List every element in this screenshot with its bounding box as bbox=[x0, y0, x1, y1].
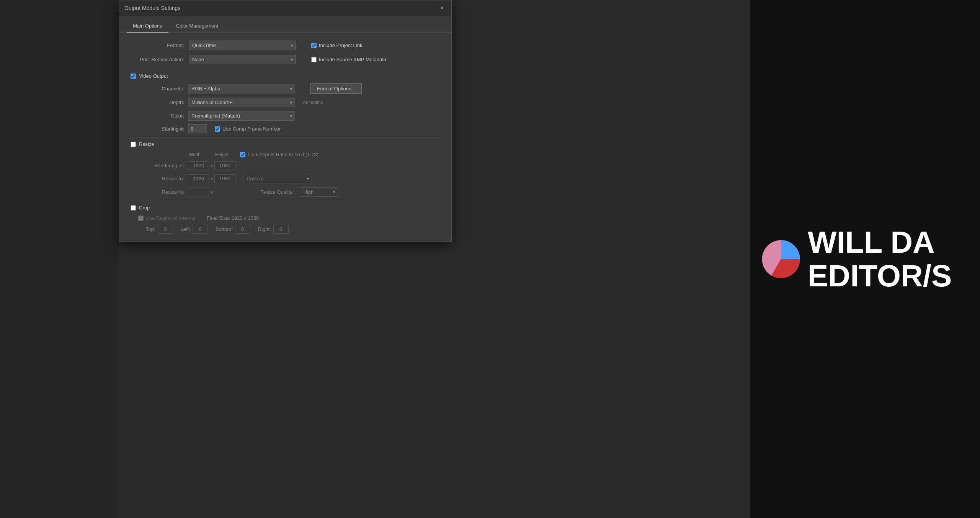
video-output-section-header: Video Output bbox=[131, 73, 440, 79]
include-project-link-checkbox[interactable] bbox=[311, 43, 317, 48]
bottom-input[interactable] bbox=[235, 225, 250, 234]
dialog-titlebar: Output Module Settings × bbox=[119, 0, 451, 16]
left-label: Left: bbox=[181, 226, 190, 232]
include-project-link-item: Include Project Link bbox=[311, 42, 362, 48]
separator-1 bbox=[131, 69, 440, 69]
crop-content: Use Region of Interest Final Size: 1920 … bbox=[131, 215, 440, 234]
channels-select-wrapper: RGB + Alpha bbox=[188, 84, 295, 93]
resize-quality-select[interactable]: High bbox=[300, 187, 338, 197]
top-field: Top: bbox=[146, 225, 173, 234]
resize-pct-row: Resize %: x Resize Quality: High bbox=[138, 187, 440, 197]
resize-checkbox[interactable] bbox=[131, 142, 136, 147]
starting-label: Starting #: bbox=[138, 126, 184, 132]
bottom-label: Bottom: bbox=[216, 226, 233, 232]
top-input[interactable] bbox=[158, 225, 173, 234]
dialog-content: Format: QuickTime Include Project Link bbox=[119, 33, 451, 241]
use-comp-frame-label: Use Comp Frame Number bbox=[222, 126, 281, 132]
close-button[interactable]: × bbox=[438, 4, 446, 12]
lock-aspect-checkbox[interactable] bbox=[240, 152, 245, 157]
depth-select-wrapper: Millions of Colors+ bbox=[188, 98, 295, 107]
rendering-height-input bbox=[214, 161, 235, 170]
format-row: Format: QuickTime Include Project Link bbox=[131, 41, 440, 50]
resize-to-x: x bbox=[211, 176, 213, 181]
quality-select-wrapper: High bbox=[300, 187, 338, 197]
use-roi-label: Use Region of Interest bbox=[146, 215, 195, 221]
separator-3 bbox=[131, 201, 440, 201]
depth-label: Depth: bbox=[138, 100, 184, 105]
right-input[interactable] bbox=[273, 225, 289, 234]
format-select-wrapper: QuickTime bbox=[189, 41, 296, 50]
post-render-select[interactable]: None bbox=[189, 55, 296, 64]
width-header: Width bbox=[184, 152, 205, 157]
video-output-content: Channels: RGB + Alpha Format Options... … bbox=[131, 83, 440, 133]
width-height-header-row: Width Height Lock Aspect Ratio to 16:9 (… bbox=[138, 152, 440, 157]
right-text-line1: WILL DA bbox=[808, 226, 952, 259]
resize-pct-x: x bbox=[211, 190, 213, 195]
tab-main-options[interactable]: Main Options bbox=[127, 20, 168, 33]
left-panel bbox=[0, 0, 119, 518]
dialog-tabs: Main Options Color Management bbox=[119, 16, 451, 33]
rendering-at-row: Rendering at: x bbox=[138, 161, 440, 170]
bottom-field: Bottom: bbox=[216, 225, 250, 234]
resize-to-label: Resize to: bbox=[138, 176, 184, 181]
starting-input[interactable] bbox=[188, 124, 207, 133]
resize-pct-width-input[interactable] bbox=[188, 188, 209, 196]
crop-checkbox[interactable] bbox=[131, 205, 136, 211]
separator-2 bbox=[131, 137, 440, 137]
resize-to-width-input[interactable] bbox=[188, 174, 209, 183]
use-roi-item: Use Region of Interest bbox=[138, 215, 195, 221]
quality-row: Resize Quality: High bbox=[260, 187, 338, 197]
include-source-xmp-item: Include Source XMP Metadata bbox=[311, 57, 386, 62]
height-header: Height bbox=[211, 152, 232, 157]
screen: Output Module Settings × Main Options Co… bbox=[0, 0, 980, 518]
include-source-xmp-label: Include Source XMP Metadata bbox=[319, 57, 386, 62]
rendering-width-input bbox=[188, 161, 209, 170]
format-options-button[interactable]: Format Options... bbox=[310, 83, 362, 94]
post-render-row: Post-Render Action: None Include Source … bbox=[131, 55, 440, 64]
top-label: Top: bbox=[146, 226, 155, 232]
dialog-area: Output Module Settings × Main Options Co… bbox=[119, 0, 750, 518]
right-field: Right: bbox=[258, 225, 289, 234]
video-output-checkbox[interactable] bbox=[131, 74, 136, 79]
use-roi-checkbox[interactable] bbox=[138, 216, 144, 221]
resize-to-height-input[interactable] bbox=[214, 174, 235, 183]
color-label: Color: bbox=[138, 113, 184, 119]
channels-select[interactable]: RGB + Alpha bbox=[188, 84, 295, 93]
post-render-label: Post-Render Action: bbox=[131, 57, 184, 62]
final-size-text: Final Size: 1920 x 1080 bbox=[207, 215, 259, 221]
right-text-line2: EDITOR/S bbox=[808, 259, 952, 293]
resize-to-row: Resize to: x Custom bbox=[138, 174, 440, 183]
crop-fields: Top: Left: Bottom: Right: bbox=[138, 225, 440, 234]
roi-row: Use Region of Interest Final Size: 1920 … bbox=[138, 215, 440, 221]
include-project-link-label: Include Project Link bbox=[319, 42, 362, 48]
include-source-xmp-checkbox[interactable] bbox=[311, 57, 317, 62]
lock-aspect-item: Lock Aspect Ratio to 16:9 (1.78) bbox=[240, 152, 318, 157]
tab-color-management[interactable]: Color Management bbox=[170, 20, 225, 33]
right-label: Right: bbox=[258, 226, 271, 232]
depth-select[interactable]: Millions of Colors+ bbox=[188, 98, 295, 107]
crop-label: Crop bbox=[139, 205, 150, 211]
resize-section-header: Resize bbox=[131, 141, 440, 147]
right-panel-text: WILL DA EDITOR/S bbox=[804, 226, 952, 293]
depth-row: Depth: Millions of Colors+ Animation bbox=[138, 98, 440, 107]
resize-pct-label: Resize %: bbox=[138, 189, 184, 195]
color-select[interactable]: Premultiplied (Matted) bbox=[188, 111, 295, 121]
format-select[interactable]: QuickTime bbox=[189, 41, 296, 50]
dialog-title: Output Module Settings bbox=[124, 5, 180, 11]
logo-icon bbox=[758, 236, 804, 282]
color-row: Color: Premultiplied (Matted) bbox=[138, 111, 440, 121]
output-module-dialog: Output Module Settings × Main Options Co… bbox=[119, 0, 452, 242]
crop-section-header: Crop bbox=[131, 205, 440, 211]
include-source-xmp-checkbox-item: Include Source XMP Metadata bbox=[311, 57, 386, 62]
right-checkboxes: Include Project Link bbox=[311, 42, 362, 48]
resize-preset-select[interactable]: Custom bbox=[243, 174, 312, 183]
right-panel: WILL DA EDITOR/S bbox=[750, 0, 980, 518]
post-render-select-wrapper: None bbox=[189, 55, 296, 64]
use-comp-frame-checkbox[interactable] bbox=[215, 126, 220, 132]
resize-label: Resize bbox=[139, 141, 154, 147]
video-output-label: Video Output bbox=[139, 73, 168, 79]
animation-label: Animation bbox=[303, 100, 323, 105]
left-field: Left: bbox=[181, 225, 208, 234]
starting-row: Starting #: Use Comp Frame Number bbox=[138, 124, 440, 133]
left-input[interactable] bbox=[193, 225, 208, 234]
